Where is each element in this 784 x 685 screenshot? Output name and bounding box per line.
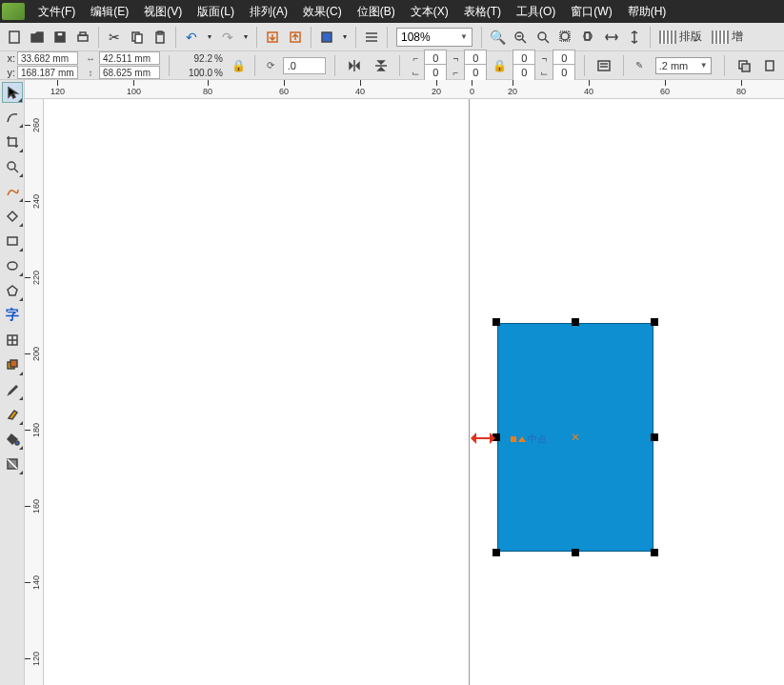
save-button[interactable] [50,27,70,48]
handle-bot-right[interactable] [651,549,658,556]
corner-input[interactable]: 0 [553,64,575,81]
width-input[interactable]: 42.511 mm [99,51,160,65]
y-label: y: [4,67,15,78]
copy-button[interactable] [127,27,148,48]
menu-help[interactable]: 帮助(H) [620,2,674,22]
rectangle-tool[interactable] [2,231,23,252]
ruler-tick: 40 [355,80,365,96]
svg-rect-11 [322,32,332,42]
ellipse-tool[interactable] [2,255,23,276]
snap-triangle-icon [518,436,526,442]
vertical-ruler[interactable]: 260240220200180160140120100 [25,99,44,685]
outline-tool[interactable] [2,404,23,425]
lock-corners-button[interactable]: 🔒 [493,59,507,72]
open-button[interactable] [27,27,48,48]
corner-group-2: 0 ¬ 0 0 ⌙ 0 [513,51,575,79]
menu-window[interactable]: 窗口(W) [563,2,619,22]
new-button[interactable] [4,27,25,48]
handle-mid-right[interactable] [651,433,658,441]
workspace: 字 12010080604020020406080 26024022020018… [0,80,784,685]
handle-top-mid[interactable] [572,318,579,326]
zoom-width-button[interactable] [601,27,622,48]
svg-point-24 [8,262,17,270]
zoom-out-button[interactable] [510,27,531,48]
redo-dropdown[interactable]: ▾ [240,27,251,48]
separator [334,55,335,76]
export-button[interactable] [285,27,306,48]
welcome-button[interactable]: ▾ [339,27,351,48]
scale-y-input[interactable]: 100.0 [178,68,212,78]
pick-tool[interactable] [2,82,23,103]
zoom-combo[interactable]: 108% ▼ [396,28,472,47]
freehand-tool[interactable] [2,181,23,202]
convert-curves-button[interactable] [759,55,780,76]
ruler-tick: 60 [660,80,670,96]
menu-text[interactable]: 文本(X) [403,2,456,22]
paste-button[interactable] [150,27,171,48]
eyedropper-tool[interactable] [2,379,23,400]
cut-button[interactable]: ✂ [104,27,125,48]
canvas[interactable]: ✕ 中点 [44,99,784,685]
text-tool[interactable]: 字 [2,305,23,326]
zoom-page-button[interactable] [578,27,599,48]
menu-tools[interactable]: 工具(O) [509,2,563,22]
y-input[interactable]: 168.187 mm [17,66,78,79]
corner-bl-input[interactable]: 0 [424,64,447,81]
crop-tool[interactable] [2,131,23,152]
interactive-fill-tool[interactable] [2,453,23,474]
table-tool[interactable] [2,330,23,351]
lock-ratio-button[interactable]: 🔒 [231,59,246,72]
undo-dropdown[interactable]: ▾ [204,27,215,48]
height-input[interactable]: 68.625 mm [99,66,160,79]
handle-top-right[interactable] [651,318,658,326]
x-label: x: [4,52,15,64]
mirror-h-button[interactable] [344,55,365,76]
smart-fill-tool[interactable] [2,206,23,227]
ruler-tick: 20 [508,80,517,96]
zoom-all-button[interactable] [555,27,576,48]
menu-arrange[interactable]: 排列(A) [242,2,295,22]
redo-button[interactable]: ↷ [217,27,238,48]
menu-bitmaps[interactable]: 位图(B) [350,2,403,22]
zoom-in-button[interactable]: 🔍 [487,27,508,48]
separator [584,55,585,76]
rotation-input[interactable]: .0 [283,57,326,74]
handle-top-left[interactable] [493,318,500,326]
corner-input[interactable]: 0 [513,64,535,81]
layout-button-2[interactable]: 增 [708,27,747,47]
menu-table[interactable]: 表格(T) [456,2,509,22]
print-button[interactable] [72,27,93,48]
svg-rect-18 [598,61,610,71]
zoom-tool[interactable] [2,156,23,177]
menu-effects[interactable]: 效果(C) [295,2,350,22]
zoom-selection-button[interactable] [533,27,553,48]
corner-br-input[interactable]: 0 [464,64,487,81]
to-front-button[interactable] [734,55,754,76]
line-width-combo[interactable]: .2 mm ▼ [655,57,712,74]
wrap-text-button[interactable] [593,55,614,76]
menu-view[interactable]: 视图(V) [136,2,190,22]
import-button[interactable] [262,27,283,48]
polygon-tool[interactable] [2,280,23,301]
menu-file[interactable]: 文件(F) [30,2,83,22]
svg-rect-27 [10,360,17,367]
fill-tool[interactable] [2,429,23,450]
menu-edit[interactable]: 编辑(E) [83,2,136,22]
page-edge-guide [469,99,470,685]
menu-layout[interactable]: 版面(L) [190,2,242,22]
layout-button-1[interactable]: 排版 [655,27,706,47]
app-launcher-button[interactable] [316,27,337,48]
separator [256,27,257,48]
handle-bot-left[interactable] [493,549,500,556]
handle-bot-mid[interactable] [572,549,579,556]
options-button[interactable] [361,27,382,48]
zoom-height-button[interactable] [624,27,645,48]
shape-tool[interactable] [2,107,23,128]
horizontal-ruler[interactable]: 12010080604020020406080 [25,80,784,99]
dimension-tool[interactable] [2,354,23,375]
x-input[interactable]: 33.682 mm [17,51,78,65]
undo-button[interactable]: ↶ [181,27,202,48]
scale-x-input[interactable]: 92.2 [178,53,212,64]
rotation-icon: ⟳ [264,60,277,71]
mirror-v-button[interactable] [371,55,392,76]
